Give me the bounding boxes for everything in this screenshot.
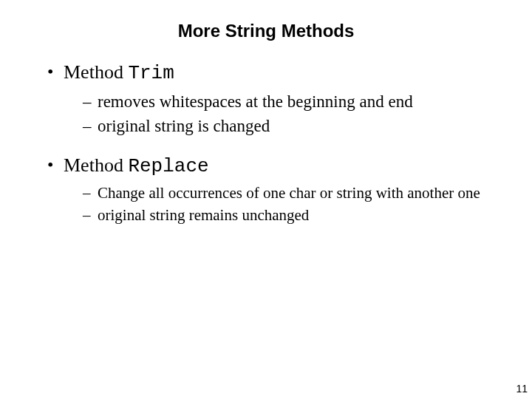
method-name-trim: Trim bbox=[128, 62, 174, 84]
bullet-prefix: Method bbox=[64, 154, 128, 176]
page-number: 11 bbox=[516, 383, 528, 395]
sub-item: Change all occurrences of one char or st… bbox=[84, 183, 502, 203]
sub-list-replace: Change all occurrences of one char or st… bbox=[64, 183, 502, 226]
method-name-replace: Replace bbox=[128, 155, 208, 177]
bullet-item-trim: Method Trim removes whitespaces at the b… bbox=[50, 61, 502, 137]
sub-list-trim: removes whitespaces at the beginning and… bbox=[64, 90, 502, 137]
sub-item: removes whitespaces at the beginning and… bbox=[84, 90, 502, 113]
slide: More String Methods Method Trim removes … bbox=[0, 0, 532, 399]
slide-title: More String Methods bbox=[30, 21, 502, 41]
bullet-item-replace: Method Replace Change all occurrences of… bbox=[50, 154, 502, 226]
sub-item: original string is changed bbox=[84, 115, 502, 137]
sub-item: original string remains unchanged bbox=[84, 205, 502, 225]
bullet-prefix: Method bbox=[64, 61, 128, 83]
bullet-list: Method Trim removes whitespaces at the b… bbox=[30, 61, 502, 226]
